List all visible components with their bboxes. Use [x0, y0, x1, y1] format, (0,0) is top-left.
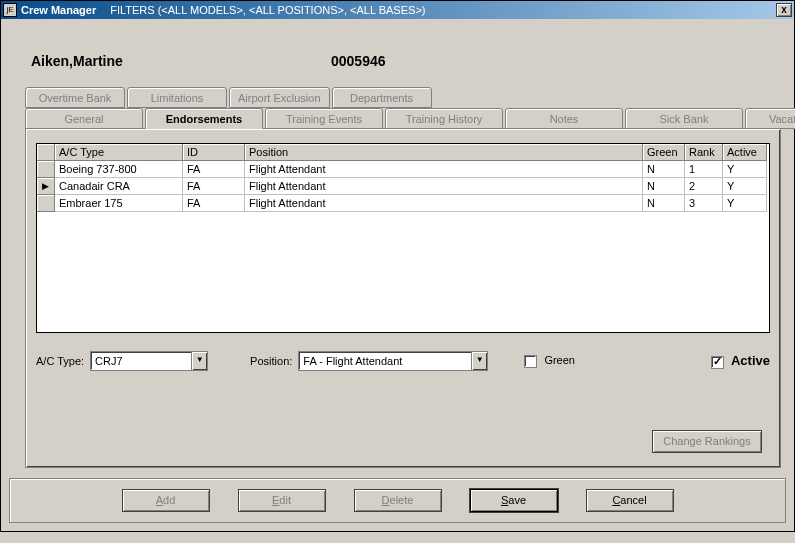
- green-checkbox-wrap[interactable]: Green: [524, 354, 575, 368]
- client-area: Aiken,Martine 0005946 Overtime Bank Limi…: [1, 19, 794, 523]
- endorsements-panel: A/C Type ID Position Green Rank Active B…: [25, 128, 781, 468]
- cell-id[interactable]: FA: [183, 195, 245, 212]
- cell-active[interactable]: Y: [723, 195, 767, 212]
- col-header-id[interactable]: ID: [183, 144, 245, 161]
- crew-manager-window: jE Crew Manager FILTERS (<ALL MODELS>, <…: [0, 0, 795, 532]
- active-label: Active: [731, 353, 770, 368]
- change-rankings-button[interactable]: Change Rankings: [652, 430, 762, 453]
- cell-active[interactable]: Y: [723, 178, 767, 195]
- close-icon[interactable]: x: [776, 3, 792, 17]
- cell-id[interactable]: FA: [183, 161, 245, 178]
- tab-departments[interactable]: Departments: [332, 87, 432, 108]
- position-label: Position:: [250, 355, 292, 367]
- col-header-rank[interactable]: Rank: [685, 144, 723, 161]
- tab-notes[interactable]: Notes: [505, 108, 623, 129]
- col-header-active[interactable]: Active: [723, 144, 767, 161]
- cell-ac-type[interactable]: Canadair CRA: [55, 178, 183, 195]
- chevron-down-icon[interactable]: ▼: [191, 352, 207, 370]
- tab-vacation-bank[interactable]: Vacation Bank: [745, 108, 795, 129]
- green-label: Green: [544, 354, 575, 366]
- cell-rank[interactable]: 1: [685, 161, 723, 178]
- app-icon: jE: [3, 3, 17, 17]
- cell-position[interactable]: Flight Attendant: [245, 195, 643, 212]
- table-row[interactable]: Boeing 737-800 FA Flight Attendant N 1 Y: [37, 161, 769, 178]
- green-checkbox[interactable]: [524, 355, 537, 368]
- cell-id[interactable]: FA: [183, 178, 245, 195]
- active-checkbox-wrap[interactable]: Active: [711, 353, 770, 369]
- cancel-button[interactable]: Cancel: [586, 489, 674, 512]
- cell-position[interactable]: Flight Attendant: [245, 178, 643, 195]
- window-title: Crew Manager: [21, 4, 96, 16]
- row-selector[interactable]: [37, 161, 55, 178]
- tab-general[interactable]: General: [25, 108, 143, 129]
- cell-green[interactable]: N: [643, 195, 685, 212]
- tab-overtime-bank[interactable]: Overtime Bank: [25, 87, 125, 108]
- titlebar[interactable]: jE Crew Manager FILTERS (<ALL MODELS>, <…: [1, 1, 794, 19]
- table-row[interactable]: Embraer 175 FA Flight Attendant N 3 Y: [37, 195, 769, 212]
- tab-limitations[interactable]: Limitations: [127, 87, 227, 108]
- table-row[interactable]: ▶ Canadair CRA FA Flight Attendant N 2 Y: [37, 178, 769, 195]
- person-name: Aiken,Martine: [31, 53, 331, 69]
- tab-endorsements[interactable]: Endorsements: [145, 108, 263, 129]
- person-header: Aiken,Martine 0005946: [1, 19, 794, 69]
- tab-row-top: Overtime Bank Limitations Airport Exclus…: [25, 87, 784, 108]
- chevron-down-icon[interactable]: ▼: [471, 352, 487, 370]
- tab-row-bottom: General Endorsements Training Events Tra…: [25, 108, 784, 129]
- cell-rank[interactable]: 2: [685, 178, 723, 195]
- row-selector-current-icon[interactable]: ▶: [37, 178, 55, 195]
- add-button[interactable]: Add: [122, 489, 210, 512]
- tab-sick-bank[interactable]: Sick Bank: [625, 108, 743, 129]
- ac-type-combo[interactable]: CRJ7 ▼: [90, 351, 208, 371]
- col-header-position[interactable]: Position: [245, 144, 643, 161]
- ac-type-value: CRJ7: [91, 355, 191, 367]
- cell-ac-type[interactable]: Boeing 737-800: [55, 161, 183, 178]
- col-header-ac-type[interactable]: A/C Type: [55, 144, 183, 161]
- row-selector[interactable]: [37, 195, 55, 212]
- cell-active[interactable]: Y: [723, 161, 767, 178]
- cell-green[interactable]: N: [643, 178, 685, 195]
- edit-button[interactable]: Edit: [238, 489, 326, 512]
- position-combo[interactable]: FA - Flight Attendant ▼: [298, 351, 488, 371]
- endorsement-form: A/C Type: CRJ7 ▼ Position: FA - Flight A…: [36, 351, 770, 371]
- tab-training-events[interactable]: Training Events: [265, 108, 383, 129]
- col-header-green[interactable]: Green: [643, 144, 685, 161]
- position-value: FA - Flight Attendant: [299, 355, 471, 367]
- ac-type-label: A/C Type:: [36, 355, 84, 367]
- dialog-button-bar: Add Edit Delete Save Cancel: [9, 478, 786, 523]
- delete-button[interactable]: Delete: [354, 489, 442, 512]
- endorsements-grid[interactable]: A/C Type ID Position Green Rank Active B…: [36, 143, 770, 333]
- grid-header-row: A/C Type ID Position Green Rank Active: [37, 144, 769, 161]
- person-id: 0005946: [331, 53, 386, 69]
- save-button[interactable]: Save: [470, 489, 558, 512]
- cell-rank[interactable]: 3: [685, 195, 723, 212]
- active-checkbox[interactable]: [711, 356, 724, 369]
- cell-green[interactable]: N: [643, 161, 685, 178]
- cell-position[interactable]: Flight Attendant: [245, 161, 643, 178]
- tab-training-history[interactable]: Training History: [385, 108, 503, 129]
- window-filters: FILTERS (<ALL MODELS>, <ALL POSITIONS>, …: [110, 4, 425, 16]
- tab-airport-exclusion[interactable]: Airport Exclusion: [229, 87, 330, 108]
- cell-ac-type[interactable]: Embraer 175: [55, 195, 183, 212]
- tabs: Overtime Bank Limitations Airport Exclus…: [25, 87, 784, 468]
- grid-corner: [37, 144, 55, 161]
